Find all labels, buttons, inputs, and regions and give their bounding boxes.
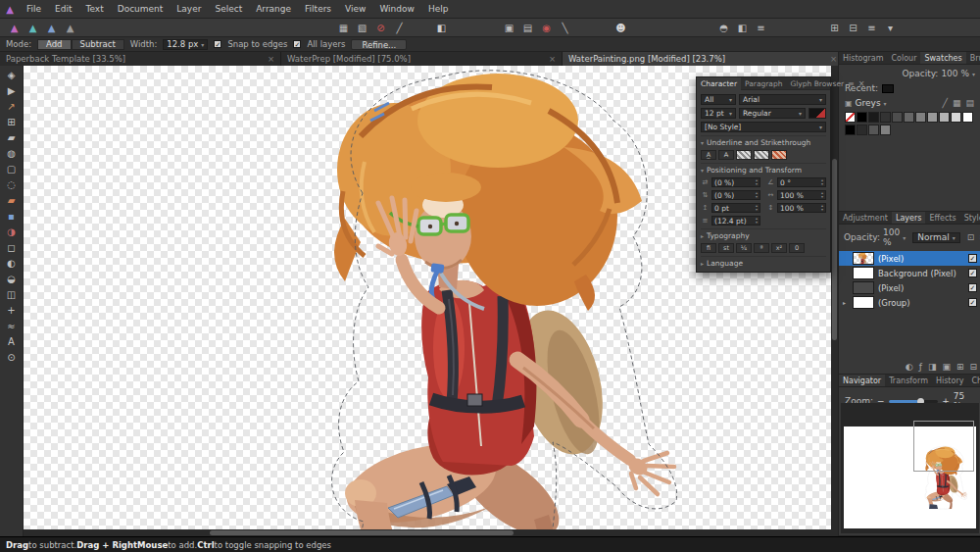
menu-view[interactable]: View	[338, 0, 372, 19]
v-scale-field[interactable]: 100 %▴▾	[777, 203, 826, 213]
leading-field[interactable]: (12.4 pt)▴▾	[711, 216, 760, 226]
record-icon[interactable]: ◉	[538, 21, 555, 35]
swatch[interactable]	[915, 112, 926, 123]
swatch-none[interactable]	[845, 112, 856, 123]
underline-style-button-0[interactable]: A̲	[701, 150, 716, 160]
layer-visibility-checkbox[interactable]: ✓	[968, 283, 977, 292]
swatch[interactable]	[845, 125, 856, 135]
close-tab-icon[interactable]: ×	[830, 54, 837, 64]
erase-tool[interactable]: ◻	[0, 240, 24, 256]
tracking-field[interactable]: (0 %)▴▾	[711, 177, 760, 187]
close-icon[interactable]: ×	[858, 79, 865, 88]
snapping-disabled-icon[interactable]: ⊘	[372, 21, 389, 35]
burn-tool[interactable]: ◒	[0, 272, 24, 287]
marquee-tool[interactable]: ▢	[0, 162, 24, 177]
swatch[interactable]	[892, 112, 903, 123]
layer-visibility-checkbox[interactable]: ✓	[968, 254, 977, 263]
close-tab-icon[interactable]: ×	[268, 54, 274, 64]
swatch[interactable]	[868, 112, 879, 123]
swatch[interactable]	[868, 125, 879, 135]
crop-tool[interactable]: ⊞	[0, 115, 24, 130]
spinner-arrows-icon[interactable]: ▴▾	[756, 178, 758, 186]
mask-icon[interactable]: ◨	[928, 362, 937, 372]
menu-text[interactable]: Text	[79, 0, 111, 19]
blend-mode-select[interactable]: Normal ▾	[912, 232, 960, 243]
swatch[interactable]	[857, 112, 867, 123]
new-layer-icon[interactable]: ⊞	[956, 362, 964, 372]
vertical-scrollbar-thumb[interactable]	[832, 159, 837, 340]
expander-icon[interactable]: ▸	[843, 299, 849, 306]
tab-styles[interactable]: Styles	[960, 212, 980, 224]
document-tab[interactable]: WaterPrep [Modified] [75.0%]×	[281, 52, 563, 66]
tab-character[interactable]: Character	[697, 77, 741, 90]
underline-style-button-4[interactable]	[771, 150, 787, 160]
document-tab[interactable]: Paperback Template [33.5%]×	[0, 52, 281, 66]
document-tab[interactable]: WaterPainting.png [Modified] [23.7%]×	[563, 52, 844, 66]
adjustment-icon[interactable]: ◐	[906, 362, 913, 372]
delete-layer-icon[interactable]: ⊟	[969, 362, 977, 372]
font-size-select[interactable]: 12 pt▾	[701, 108, 736, 119]
underline-style-button-1[interactable]: A̶	[718, 150, 734, 160]
all-layers-checkbox[interactable]: ✓	[293, 40, 301, 48]
font-collection-select[interactable]: All▾	[701, 94, 736, 105]
layer-row[interactable]: (Pixel)✓	[839, 280, 980, 295]
font-family-select[interactable]: Arial▾	[739, 94, 826, 105]
spinner-arrows-icon[interactable]: ▴▾	[756, 191, 758, 199]
snap-grid-icon[interactable]: ▦	[335, 21, 352, 35]
app-logo-icon[interactable]: ▲	[0, 4, 20, 15]
persona-liquify-icon[interactable]: ▲	[24, 21, 41, 35]
close-tab-icon[interactable]: ×	[549, 54, 556, 64]
vertical-scrollbar[interactable]	[831, 66, 838, 529]
positioning-section-header[interactable]: ▾ Positioning and Transform	[701, 163, 826, 175]
edit-swatch-icon[interactable]: ╱	[942, 98, 949, 108]
layer-row[interactable]: ▸(Group)✓	[839, 295, 980, 310]
colour-picker-tool[interactable]: ↗	[0, 99, 24, 115]
flood-select-tool[interactable]: ◍	[0, 146, 24, 162]
swatch[interactable]	[904, 112, 914, 123]
horizontal-scrollbar[interactable]	[24, 529, 831, 536]
tab-navigator[interactable]: Navigator	[839, 375, 885, 386]
paint-brush-tool[interactable]: ▰	[0, 193, 24, 209]
spinner-arrows-icon[interactable]: ▴▾	[821, 204, 823, 212]
shear-field[interactable]: 0 °▴▾	[777, 177, 826, 187]
navigator-preview[interactable]	[841, 403, 979, 533]
mode-add-button[interactable]: Add	[37, 39, 71, 50]
healing-tool[interactable]: +	[0, 303, 24, 319]
swatch[interactable]	[962, 112, 973, 123]
tab-layers[interactable]: Layers	[892, 212, 925, 224]
brush-edit-icon[interactable]: ╲	[557, 21, 573, 35]
spinner-arrows-icon[interactable]: ▴▾	[821, 178, 823, 186]
chevron-down-icon[interactable]: ▾	[201, 41, 204, 48]
opacity-value[interactable]: 100 %	[941, 69, 969, 78]
kerning-field[interactable]: (0 %)▴▾	[711, 190, 760, 200]
underline-style-button-3[interactable]	[754, 150, 769, 160]
blur-tool[interactable]: ≈	[0, 319, 24, 334]
menu-icon[interactable]: ≡	[863, 21, 880, 35]
grid-view-icon[interactable]: ▦	[952, 98, 962, 108]
order-icon[interactable]: ◓	[715, 21, 732, 35]
tab-channels[interactable]: Channels	[967, 375, 980, 386]
persona-photo-icon[interactable]: ▲	[6, 21, 23, 35]
typography-button-5[interactable]: 0	[789, 243, 805, 253]
view-tool[interactable]: ◈	[0, 68, 24, 83]
persona-develop-icon[interactable]: ▲	[43, 21, 60, 35]
tab-adjustment[interactable]: Adjustment	[839, 212, 892, 224]
tab-brushes[interactable]: Brushes	[966, 52, 980, 64]
collapse-icon[interactable]: ⊟	[845, 21, 861, 35]
lasso-tool[interactable]: ◌	[0, 177, 24, 193]
colour-replacement-tool[interactable]: ◑	[0, 225, 24, 240]
swatch[interactable]	[927, 112, 938, 123]
tab-transform[interactable]: Transform	[885, 375, 932, 386]
persona-export-icon[interactable]: ▲	[62, 21, 78, 35]
chevron-down-icon[interactable]: ▾	[884, 100, 887, 107]
baseline-field[interactable]: 0 pt▴▾	[711, 203, 760, 213]
tab-effects[interactable]: Effects	[925, 212, 959, 224]
recent-swatch[interactable]	[882, 84, 894, 93]
grid-icon[interactable]: ⊞	[826, 21, 843, 35]
assistant-icon[interactable]: ☻	[612, 21, 629, 35]
font-style-select[interactable]: Regular▾	[739, 108, 806, 119]
width-input[interactable]: 12.8 px ▾	[163, 39, 208, 50]
underline-style-button-2[interactable]	[736, 150, 752, 160]
typography-button-3[interactable]: ª	[754, 243, 769, 253]
refine-button[interactable]: Refine...	[351, 39, 407, 50]
